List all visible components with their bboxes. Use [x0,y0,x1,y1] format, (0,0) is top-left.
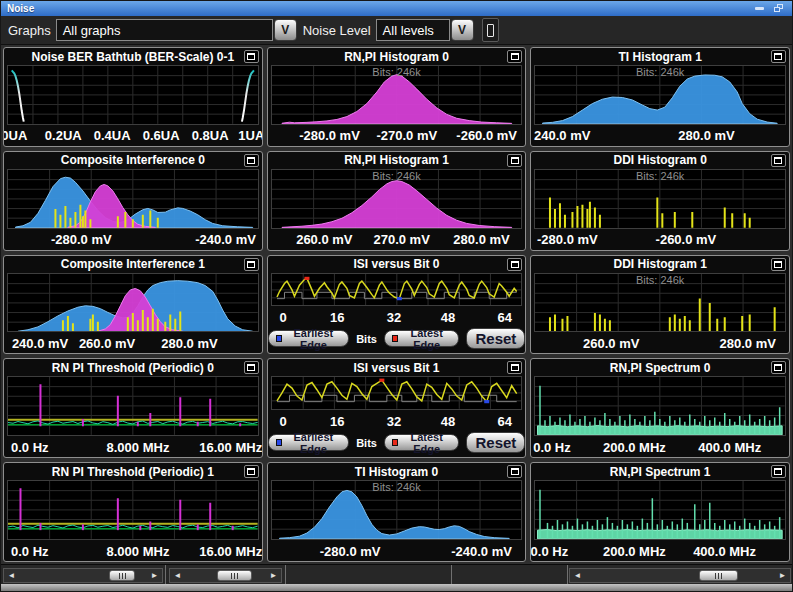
plot-area[interactable] [7,480,259,540]
maximize-button[interactable] [771,258,786,271]
plot-area[interactable]: Bits: 246k [534,273,786,333]
plot-area[interactable] [271,376,523,410]
scrollbar-track[interactable] [584,570,776,581]
x-axis-label: 200.0 MHz [603,439,666,454]
maximize-icon [511,261,519,268]
earliest-edge-button[interactable]: Earliest Edge [268,330,350,347]
x-axis-label: 260.0 mV [79,335,135,350]
scroll-right-arrow-icon[interactable]: ► [267,570,280,581]
maximize-button[interactable] [507,50,522,63]
maximize-button[interactable] [771,361,786,374]
scroll-right-arrow-icon[interactable]: ► [776,570,789,581]
x-axis-label: -270.0 mV [376,128,437,143]
maximize-button[interactable] [771,50,786,63]
noise-level-combobox-value[interactable]: All levels [376,19,450,41]
scrollbar-thumb[interactable] [217,570,252,581]
maximize-button[interactable] [244,154,259,167]
bits-count-label: Bits: 246k [636,274,684,286]
maximize-button[interactable] [507,465,522,478]
graph-panel-composite-interference-1: Composite Interference 1240.0 mV260.0 mV… [3,255,263,355]
reset-button[interactable]: Reset [466,328,525,349]
pane-divider [567,565,568,584]
plot-area[interactable]: Bits: 246k [534,65,786,125]
x-axis-label: -280.0 mV [320,543,381,558]
scrollbar-track[interactable] [184,570,267,581]
graphs-dropdown-arrow-icon[interactable]: V [274,19,297,41]
scroll-left-arrow-icon[interactable]: ◄ [171,570,184,581]
latest-edge-button[interactable]: Latest Edge [384,434,460,451]
graphs-combobox[interactable]: All graphs V [56,19,297,41]
thumb-grip [125,573,126,579]
scrollbar-thumb[interactable] [699,570,737,581]
x-axis-labels: 0UA0.2UA0.4UA0.6UA0.8UA1UA [4,125,262,146]
scroll-left-arrow-icon[interactable]: ◄ [571,570,584,581]
x-axis-labels: -280.0 mV-240.0 mV [268,540,526,561]
plot-area[interactable] [7,376,259,436]
graphs-combobox-value[interactable]: All graphs [56,19,273,41]
plot-area[interactable] [7,169,259,229]
thumb-grip [715,573,716,579]
noise-level-combobox[interactable]: All levels V [376,19,474,41]
thumb-grip [231,573,232,579]
bits-axis-caption: Bits [356,333,377,345]
x-axis-label: 16 [330,309,344,324]
scroll-left-arrow-icon[interactable]: ◄ [5,570,18,581]
graph-panel-ti-histogram-0: TI Histogram 0Bits: 246k-280.0 mV-240.0 … [267,462,527,562]
plot-area[interactable] [271,273,523,307]
pane-divider [451,565,452,584]
x-axis-labels: 016324864 [268,306,526,327]
maximize-button[interactable] [771,154,786,167]
earliest-edge-button[interactable]: Earliest Edge [268,434,350,451]
x-axis-label: 8.000 MHz [107,543,170,558]
minimize-icon[interactable] [755,7,764,10]
plot-area[interactable] [534,376,786,436]
x-axis-label: 0.0 Hz [11,543,49,558]
plot-area[interactable]: Bits: 246k [271,480,523,540]
float-window-icon[interactable] [774,4,784,13]
scrollbar-track[interactable] [18,570,148,581]
scroll-right-arrow-icon[interactable]: ► [148,570,161,581]
panel-title: TI Histogram 0 [355,465,438,479]
horizontal-scrollbar-0[interactable]: ◄► [3,568,163,583]
maximize-button[interactable] [244,361,259,374]
panel-titlebar: RN,PI Spectrum 0 [531,359,789,376]
toolbar: Graphs All graphs V Noise Level All leve… [1,16,792,45]
single-graph-view-button[interactable] [482,18,499,42]
horizontal-scrollbar-1[interactable]: ◄► [169,568,282,583]
horizontal-scrollbar-2[interactable]: ◄► [569,568,791,583]
plot-area[interactable]: Bits: 246k [271,65,523,125]
x-axis-label: 0.6UA [143,128,180,143]
maximize-button[interactable] [244,258,259,271]
noise-level-dropdown-arrow-icon[interactable]: V [451,19,474,41]
window-titlebar[interactable]: Noise [1,1,792,16]
plot-area[interactable]: Bits: 246k [271,169,523,229]
plot-area[interactable]: Bits: 246k [534,169,786,229]
panel-titlebar: RN,PI Histogram 1 [268,152,526,169]
maximize-button[interactable] [244,465,259,478]
plot-area[interactable] [7,273,259,333]
maximize-icon [774,157,782,164]
maximize-button[interactable] [507,258,522,271]
plot-area[interactable] [534,480,786,540]
maximize-button[interactable] [507,361,522,374]
panel-titlebar: Composite Interference 0 [4,152,262,169]
panel-title: ISI versus Bit 1 [353,361,439,375]
scrollbar-thumb[interactable] [109,570,135,581]
x-axis-labels: -280.0 mV-240.0 mV [4,229,262,250]
maximize-button[interactable] [507,154,522,167]
x-axis-label: 260.0 mV [583,335,639,350]
panel-titlebar: RN PI Threshold (Periodic) 0 [4,359,262,376]
x-axis-label: -280.0 mV [51,232,112,247]
x-axis-label: 0.0 Hz [531,543,569,558]
plot-area[interactable] [7,65,259,125]
x-axis-label: 64 [497,413,511,428]
panel-titlebar: RN PI Threshold (Periodic) 1 [4,463,262,480]
panel-title: DDI Histogram 0 [613,153,706,167]
panel-title: Composite Interference 1 [61,257,205,271]
latest-edge-button[interactable]: Latest Edge [384,330,460,347]
maximize-button[interactable] [244,50,259,63]
x-axis-label: 0.0 Hz [11,439,49,454]
reset-button[interactable]: Reset [466,432,525,453]
x-axis-labels: 240.0 mV260.0 mV280.0 mV [4,332,262,353]
maximize-button[interactable] [771,465,786,478]
